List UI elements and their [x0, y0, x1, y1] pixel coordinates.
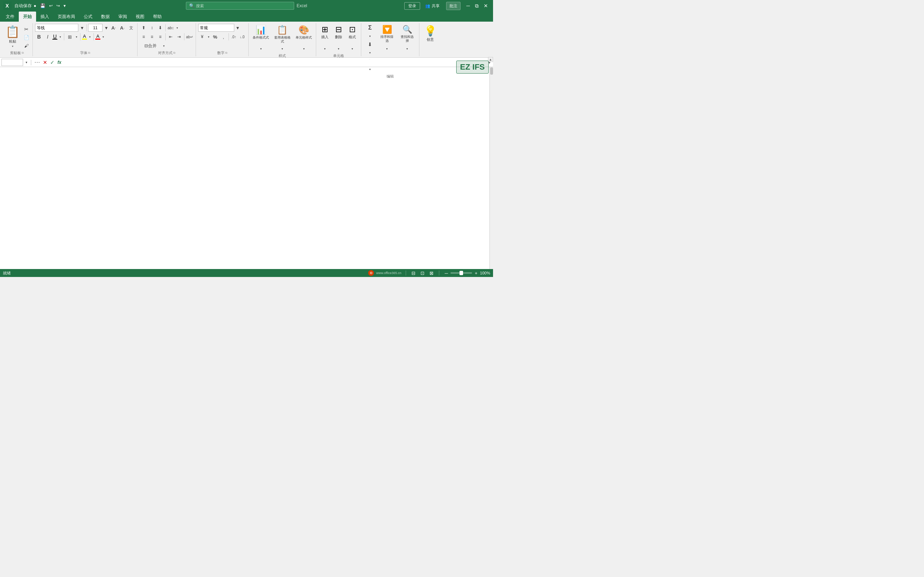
sum-button[interactable]: Σ	[363, 24, 376, 32]
find-select-button[interactable]: 🔍 查找和选择	[397, 24, 417, 44]
number-format-input[interactable]	[198, 24, 234, 32]
font-color-button[interactable]: A	[95, 34, 100, 40]
format-dropdown[interactable]: ▾	[350, 45, 354, 53]
login-button[interactable]: 登录	[404, 2, 420, 10]
currency-button[interactable]: ¥	[198, 33, 206, 41]
name-box-dropdown[interactable]: ▾	[24, 58, 29, 66]
underline-button[interactable]: U	[52, 34, 57, 40]
fill-dropdown[interactable]: ▾	[368, 49, 372, 56]
align-top-button[interactable]: ⬆	[140, 24, 148, 32]
insert-dropdown[interactable]: ▾	[323, 45, 327, 53]
italic-button[interactable]: I	[44, 33, 52, 41]
number-label[interactable]: 数字 ⧉	[198, 50, 246, 56]
confirm-formula-button[interactable]: ✓	[49, 60, 56, 65]
normal-view-button[interactable]: ⊟	[410, 270, 417, 276]
font-name-input[interactable]	[35, 24, 78, 32]
find-select-dropdown[interactable]: ▾	[405, 45, 409, 53]
table-style-button[interactable]: 📋 套用表格格式	[271, 24, 293, 44]
paste-button[interactable]: 📋 粘贴	[3, 24, 22, 44]
font-label[interactable]: 字体 ⧉	[35, 50, 135, 56]
formula-input[interactable]	[63, 60, 486, 65]
zoom-in-button[interactable]: +	[473, 270, 478, 276]
conditional-format-button[interactable]: 📊 条件格式式	[251, 24, 271, 44]
insert-function-button[interactable]: fx	[56, 60, 63, 65]
fill-color-button[interactable]: A	[82, 34, 87, 40]
paste-arrow[interactable]: ▾	[12, 45, 13, 48]
table-style-dropdown[interactable]: ▾	[280, 45, 284, 53]
format-painter-button[interactable]: 🖌	[23, 42, 30, 50]
percent-button[interactable]: %	[211, 33, 219, 41]
page-break-button[interactable]: ⊠	[428, 270, 435, 276]
cell-style-button[interactable]: 🎨 单元格样式	[294, 24, 313, 44]
merge-button[interactable]: ⊟合并	[140, 42, 162, 50]
format-button[interactable]: ⊡ 格式	[346, 24, 359, 44]
delete-button[interactable]: ⊟ 删除	[332, 24, 345, 44]
comma-button[interactable]: ,	[220, 33, 228, 41]
styles-label[interactable]: 样式	[251, 53, 313, 59]
bold-button[interactable]: B	[35, 33, 43, 41]
align-bottom-button[interactable]: ⬇	[156, 24, 164, 32]
restore-button[interactable]: ⧉	[473, 2, 481, 10]
delete-dropdown[interactable]: ▾	[336, 45, 341, 53]
phonetic-button[interactable]: 文	[127, 24, 135, 32]
redo-button[interactable]: ↪	[55, 3, 61, 9]
sum-dropdown[interactable]: ▾	[368, 32, 372, 40]
search-bar[interactable]: 🔍	[186, 2, 294, 10]
minimize-button[interactable]: ─	[464, 2, 472, 10]
border-dropdown[interactable]: ▾	[74, 33, 79, 41]
name-box[interactable]	[2, 59, 23, 66]
clipboard-label[interactable]: 剪贴板 ⧉	[3, 50, 30, 56]
share-button[interactable]: 👥 共享	[421, 2, 444, 10]
clear-dropdown[interactable]: ▾	[368, 65, 372, 73]
tab-home[interactable]: 开始	[19, 11, 36, 22]
decrease-font-button[interactable]: A↓	[118, 24, 126, 32]
editing-label[interactable]: 编辑	[363, 73, 417, 80]
align-right-button[interactable]: ≡	[156, 33, 164, 41]
indent-less-button[interactable]: ⇤	[167, 33, 175, 41]
insert-button[interactable]: ⊞ 插入	[318, 24, 331, 44]
save-button[interactable]: 💾	[39, 3, 47, 9]
font-name-dropdown[interactable]: ▾	[79, 24, 85, 32]
autosave-toggle[interactable]: 自动保存 ●	[13, 2, 38, 10]
zoom-slider-track[interactable]	[451, 272, 472, 274]
customize-button[interactable]: ▾	[62, 3, 67, 9]
comment-button[interactable]: 批注	[446, 2, 460, 10]
sort-filter-dropdown[interactable]: ▾	[385, 45, 389, 53]
alignment-label[interactable]: 对齐方式 ⧉	[140, 50, 194, 56]
currency-dropdown[interactable]: ▾	[207, 33, 211, 41]
cells-label[interactable]: 单元格	[318, 53, 359, 59]
tab-formula[interactable]: 公式	[79, 11, 97, 22]
cancel-formula-button[interactable]: ✕	[42, 60, 48, 65]
font-size-input[interactable]	[88, 24, 102, 32]
conditional-format-dropdown[interactable]: ▾	[259, 45, 263, 53]
text-direction-dropdown[interactable]: ▾	[175, 24, 179, 32]
tab-view[interactable]: 视图	[131, 11, 149, 22]
font-color-dropdown[interactable]: ▾	[101, 33, 105, 41]
cut-button[interactable]: ✂	[23, 25, 30, 33]
tab-help[interactable]: 帮助	[149, 11, 166, 22]
close-button[interactable]: ✕	[481, 2, 490, 10]
increase-font-button[interactable]: A↑	[110, 24, 118, 32]
number-format-dropdown[interactable]: ▾	[234, 24, 241, 32]
align-middle-button[interactable]: ↕	[148, 24, 156, 32]
wrap-text-button[interactable]: ab↵	[186, 33, 194, 41]
page-layout-button[interactable]: ⊡	[419, 270, 426, 276]
vertical-scrollbar[interactable]	[489, 67, 493, 269]
zoom-out-button[interactable]: ─	[444, 270, 449, 276]
cell-style-dropdown[interactable]: ▾	[302, 45, 306, 53]
collapse-ribbon-button[interactable]: ▲	[488, 57, 493, 62]
text-direction-button[interactable]: ab↕	[167, 24, 175, 32]
more-functions-button[interactable]: ⋯	[33, 59, 41, 66]
undo-button[interactable]: ↩	[48, 3, 54, 9]
sort-filter-button[interactable]: 🔽 排序和筛选	[377, 24, 397, 44]
decrease-decimal-button[interactable]: ↓.0	[238, 33, 246, 41]
tab-file[interactable]: 文件	[2, 11, 19, 22]
fill-color-dropdown[interactable]: ▾	[88, 33, 92, 41]
ideas-button[interactable]: 💡 创意	[422, 24, 439, 44]
increase-decimal-button[interactable]: .0↑	[230, 33, 238, 41]
merge-dropdown[interactable]: ▾	[162, 42, 166, 50]
underline-dropdown[interactable]: ▾	[58, 33, 63, 41]
align-center-button[interactable]: ≡	[148, 33, 156, 41]
tab-layout[interactable]: 页面布局	[53, 11, 79, 22]
indent-more-button[interactable]: ⇥	[175, 33, 183, 41]
